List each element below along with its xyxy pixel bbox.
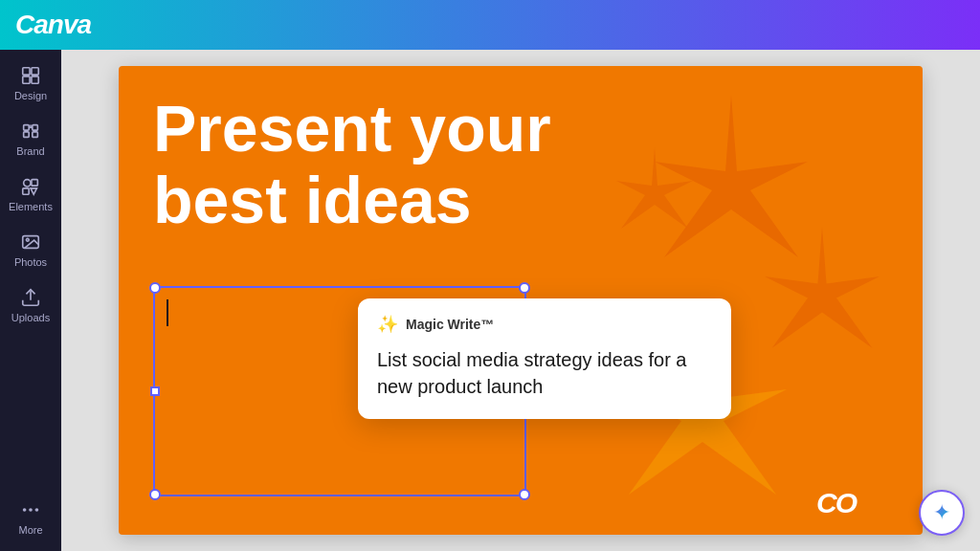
magic-write-title: Magic Write™ (406, 317, 494, 332)
svg-rect-13 (23, 188, 29, 194)
star-small (607, 143, 702, 238)
elements-icon (20, 176, 41, 197)
svg-point-15 (26, 238, 29, 241)
magic-write-header: ✨ Magic Write™ (377, 314, 712, 335)
app-header: Canva (0, 0, 980, 50)
headline-line1: Present your (153, 93, 551, 165)
sidebar-item-design[interactable]: Design (4, 57, 57, 109)
brand-icon (20, 121, 41, 142)
svg-rect-4 (24, 125, 30, 131)
sidebar-uploads-label: Uploads (11, 312, 50, 323)
sidebar-item-uploads[interactable]: Uploads (4, 279, 57, 331)
svg-point-19 (35, 508, 39, 512)
main-layout: Design Brand Elements (0, 50, 980, 551)
canva-logo[interactable]: Canva (15, 10, 91, 40)
text-cursor (167, 299, 168, 326)
co-watermark: CO (816, 487, 856, 519)
uploads-icon (20, 287, 41, 308)
handle-top-left[interactable] (149, 282, 161, 294)
handle-top-right[interactable] (519, 282, 530, 294)
handle-bottom-left[interactable] (149, 489, 161, 500)
magic-write-prompt[interactable]: List social media strategy ideas for a n… (377, 346, 712, 400)
sparkle-icon: ✦ (933, 500, 950, 525)
canvas-area: Present your best ideas (61, 50, 980, 551)
magic-write-popup: ✨ Magic Write™ List social media strateg… (358, 298, 731, 419)
magic-ai-button[interactable]: ✦ (919, 490, 965, 536)
handle-bottom-right[interactable] (519, 489, 530, 500)
svg-rect-5 (33, 125, 38, 131)
magic-write-icon: ✨ (377, 314, 398, 335)
sidebar-more-label: More (18, 524, 42, 536)
sidebar-design-label: Design (14, 90, 47, 101)
more-icon (20, 499, 41, 520)
svg-rect-2 (23, 77, 30, 83)
layout-icon (20, 65, 41, 86)
sidebar-photos-label: Photos (14, 256, 47, 268)
sidebar: Design Brand Elements (0, 50, 61, 551)
sidebar-item-more[interactable]: More (4, 492, 57, 543)
svg-rect-7 (33, 132, 38, 138)
sidebar-item-elements[interactable]: Elements (4, 168, 57, 220)
sidebar-item-brand[interactable]: Brand (4, 113, 57, 165)
svg-point-10 (24, 180, 31, 187)
handle-middle-left[interactable] (150, 386, 160, 396)
svg-point-18 (29, 508, 33, 512)
svg-marker-12 (31, 188, 36, 194)
slide-headline: Present your best ideas (153, 93, 551, 236)
svg-rect-3 (32, 77, 38, 83)
svg-point-17 (23, 508, 27, 512)
svg-rect-6 (24, 132, 30, 138)
sidebar-brand-label: Brand (16, 145, 44, 157)
sidebar-item-photos[interactable]: Photos (4, 224, 57, 276)
svg-rect-1 (32, 68, 38, 75)
photos-icon (20, 231, 41, 253)
sidebar-elements-label: Elements (9, 201, 53, 212)
svg-rect-0 (23, 68, 30, 75)
svg-rect-11 (32, 180, 37, 186)
headline-line2: best ideas (153, 165, 551, 236)
svg-marker-22 (616, 147, 693, 229)
